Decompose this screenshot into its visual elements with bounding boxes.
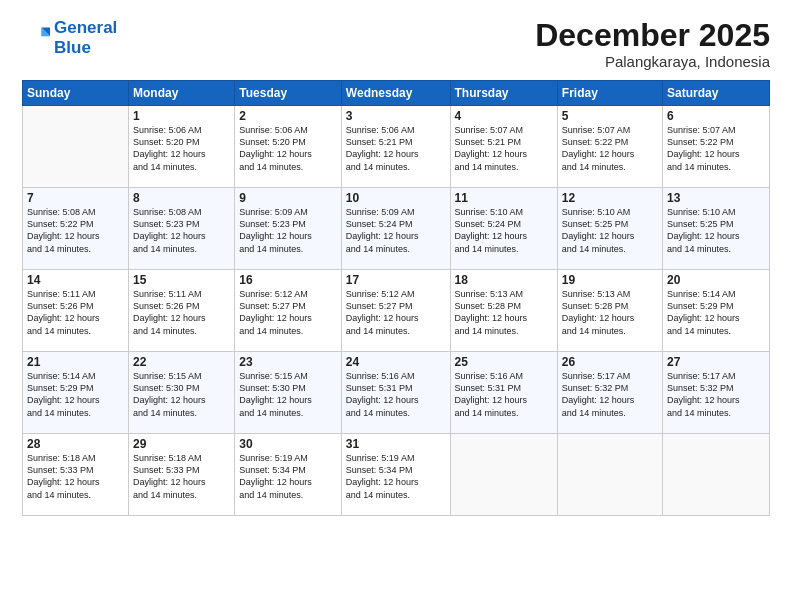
day-number: 29 <box>133 437 230 451</box>
day-info: Sunrise: 5:18 AM Sunset: 5:33 PM Dayligh… <box>27 452 124 501</box>
calendar-week-row: 7Sunrise: 5:08 AM Sunset: 5:22 PM Daylig… <box>23 188 770 270</box>
calendar-header-saturday: Saturday <box>663 81 770 106</box>
calendar-cell: 13Sunrise: 5:10 AM Sunset: 5:25 PM Dayli… <box>663 188 770 270</box>
day-number: 25 <box>455 355 553 369</box>
day-info: Sunrise: 5:14 AM Sunset: 5:29 PM Dayligh… <box>27 370 124 419</box>
day-info: Sunrise: 5:07 AM Sunset: 5:22 PM Dayligh… <box>562 124 658 173</box>
logo: General Blue <box>22 18 117 57</box>
calendar-cell: 31Sunrise: 5:19 AM Sunset: 5:34 PM Dayli… <box>341 434 450 516</box>
day-info: Sunrise: 5:10 AM Sunset: 5:24 PM Dayligh… <box>455 206 553 255</box>
day-info: Sunrise: 5:10 AM Sunset: 5:25 PM Dayligh… <box>562 206 658 255</box>
calendar-header-monday: Monday <box>129 81 235 106</box>
day-number: 15 <box>133 273 230 287</box>
calendar-cell: 30Sunrise: 5:19 AM Sunset: 5:34 PM Dayli… <box>235 434 342 516</box>
calendar-cell: 29Sunrise: 5:18 AM Sunset: 5:33 PM Dayli… <box>129 434 235 516</box>
day-info: Sunrise: 5:09 AM Sunset: 5:23 PM Dayligh… <box>239 206 337 255</box>
day-number: 27 <box>667 355 765 369</box>
calendar-cell: 26Sunrise: 5:17 AM Sunset: 5:32 PM Dayli… <box>557 352 662 434</box>
day-number: 31 <box>346 437 446 451</box>
day-number: 12 <box>562 191 658 205</box>
calendar-cell: 20Sunrise: 5:14 AM Sunset: 5:29 PM Dayli… <box>663 270 770 352</box>
day-number: 1 <box>133 109 230 123</box>
day-number: 7 <box>27 191 124 205</box>
day-number: 26 <box>562 355 658 369</box>
day-info: Sunrise: 5:06 AM Sunset: 5:21 PM Dayligh… <box>346 124 446 173</box>
day-info: Sunrise: 5:13 AM Sunset: 5:28 PM Dayligh… <box>562 288 658 337</box>
calendar-cell: 7Sunrise: 5:08 AM Sunset: 5:22 PM Daylig… <box>23 188 129 270</box>
calendar-header-row: SundayMondayTuesdayWednesdayThursdayFrid… <box>23 81 770 106</box>
page: General Blue December 2025 Palangkaraya,… <box>0 0 792 612</box>
day-info: Sunrise: 5:16 AM Sunset: 5:31 PM Dayligh… <box>455 370 553 419</box>
day-info: Sunrise: 5:07 AM Sunset: 5:21 PM Dayligh… <box>455 124 553 173</box>
calendar-header-friday: Friday <box>557 81 662 106</box>
day-info: Sunrise: 5:19 AM Sunset: 5:34 PM Dayligh… <box>346 452 446 501</box>
calendar-cell: 11Sunrise: 5:10 AM Sunset: 5:24 PM Dayli… <box>450 188 557 270</box>
logo-line1: General <box>54 18 117 37</box>
day-number: 4 <box>455 109 553 123</box>
day-info: Sunrise: 5:16 AM Sunset: 5:31 PM Dayligh… <box>346 370 446 419</box>
day-number: 3 <box>346 109 446 123</box>
day-info: Sunrise: 5:06 AM Sunset: 5:20 PM Dayligh… <box>239 124 337 173</box>
day-number: 17 <box>346 273 446 287</box>
calendar-header-tuesday: Tuesday <box>235 81 342 106</box>
day-info: Sunrise: 5:12 AM Sunset: 5:27 PM Dayligh… <box>346 288 446 337</box>
day-number: 18 <box>455 273 553 287</box>
day-number: 19 <box>562 273 658 287</box>
day-number: 23 <box>239 355 337 369</box>
day-info: Sunrise: 5:15 AM Sunset: 5:30 PM Dayligh… <box>133 370 230 419</box>
calendar-cell: 9Sunrise: 5:09 AM Sunset: 5:23 PM Daylig… <box>235 188 342 270</box>
day-number: 22 <box>133 355 230 369</box>
day-number: 10 <box>346 191 446 205</box>
day-info: Sunrise: 5:11 AM Sunset: 5:26 PM Dayligh… <box>27 288 124 337</box>
calendar-header-wednesday: Wednesday <box>341 81 450 106</box>
calendar-cell: 4Sunrise: 5:07 AM Sunset: 5:21 PM Daylig… <box>450 106 557 188</box>
calendar: SundayMondayTuesdayWednesdayThursdayFrid… <box>22 80 770 516</box>
day-number: 11 <box>455 191 553 205</box>
day-info: Sunrise: 5:10 AM Sunset: 5:25 PM Dayligh… <box>667 206 765 255</box>
calendar-cell: 18Sunrise: 5:13 AM Sunset: 5:28 PM Dayli… <box>450 270 557 352</box>
day-number: 21 <box>27 355 124 369</box>
day-info: Sunrise: 5:15 AM Sunset: 5:30 PM Dayligh… <box>239 370 337 419</box>
day-info: Sunrise: 5:09 AM Sunset: 5:24 PM Dayligh… <box>346 206 446 255</box>
logo-text: General Blue <box>54 18 117 57</box>
calendar-cell: 19Sunrise: 5:13 AM Sunset: 5:28 PM Dayli… <box>557 270 662 352</box>
calendar-cell: 10Sunrise: 5:09 AM Sunset: 5:24 PM Dayli… <box>341 188 450 270</box>
day-info: Sunrise: 5:12 AM Sunset: 5:27 PM Dayligh… <box>239 288 337 337</box>
day-info: Sunrise: 5:08 AM Sunset: 5:22 PM Dayligh… <box>27 206 124 255</box>
day-number: 8 <box>133 191 230 205</box>
calendar-cell: 21Sunrise: 5:14 AM Sunset: 5:29 PM Dayli… <box>23 352 129 434</box>
day-number: 16 <box>239 273 337 287</box>
day-number: 2 <box>239 109 337 123</box>
day-info: Sunrise: 5:06 AM Sunset: 5:20 PM Dayligh… <box>133 124 230 173</box>
calendar-cell: 15Sunrise: 5:11 AM Sunset: 5:26 PM Dayli… <box>129 270 235 352</box>
day-info: Sunrise: 5:11 AM Sunset: 5:26 PM Dayligh… <box>133 288 230 337</box>
calendar-cell: 8Sunrise: 5:08 AM Sunset: 5:23 PM Daylig… <box>129 188 235 270</box>
calendar-cell: 14Sunrise: 5:11 AM Sunset: 5:26 PM Dayli… <box>23 270 129 352</box>
day-info: Sunrise: 5:17 AM Sunset: 5:32 PM Dayligh… <box>667 370 765 419</box>
calendar-cell: 6Sunrise: 5:07 AM Sunset: 5:22 PM Daylig… <box>663 106 770 188</box>
logo-line2: Blue <box>54 38 91 57</box>
calendar-cell: 5Sunrise: 5:07 AM Sunset: 5:22 PM Daylig… <box>557 106 662 188</box>
calendar-cell: 3Sunrise: 5:06 AM Sunset: 5:21 PM Daylig… <box>341 106 450 188</box>
day-info: Sunrise: 5:18 AM Sunset: 5:33 PM Dayligh… <box>133 452 230 501</box>
day-info: Sunrise: 5:13 AM Sunset: 5:28 PM Dayligh… <box>455 288 553 337</box>
calendar-week-row: 28Sunrise: 5:18 AM Sunset: 5:33 PM Dayli… <box>23 434 770 516</box>
calendar-cell <box>557 434 662 516</box>
calendar-cell: 16Sunrise: 5:12 AM Sunset: 5:27 PM Dayli… <box>235 270 342 352</box>
month-title: December 2025 <box>535 18 770 53</box>
day-info: Sunrise: 5:19 AM Sunset: 5:34 PM Dayligh… <box>239 452 337 501</box>
calendar-cell: 2Sunrise: 5:06 AM Sunset: 5:20 PM Daylig… <box>235 106 342 188</box>
calendar-cell: 27Sunrise: 5:17 AM Sunset: 5:32 PM Dayli… <box>663 352 770 434</box>
day-number: 9 <box>239 191 337 205</box>
calendar-cell <box>663 434 770 516</box>
calendar-cell <box>23 106 129 188</box>
calendar-cell: 25Sunrise: 5:16 AM Sunset: 5:31 PM Dayli… <box>450 352 557 434</box>
logo-icon <box>22 24 50 52</box>
calendar-cell <box>450 434 557 516</box>
calendar-cell: 1Sunrise: 5:06 AM Sunset: 5:20 PM Daylig… <box>129 106 235 188</box>
day-info: Sunrise: 5:14 AM Sunset: 5:29 PM Dayligh… <box>667 288 765 337</box>
day-number: 30 <box>239 437 337 451</box>
calendar-week-row: 14Sunrise: 5:11 AM Sunset: 5:26 PM Dayli… <box>23 270 770 352</box>
header: General Blue December 2025 Palangkaraya,… <box>22 18 770 70</box>
day-number: 13 <box>667 191 765 205</box>
